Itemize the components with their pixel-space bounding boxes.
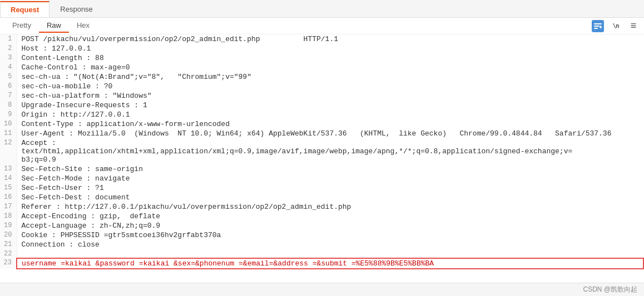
- line-number: 17: [0, 202, 17, 212]
- line-text: Sec-Fetch-Site : same-origin: [17, 164, 643, 174]
- table-row: 12Accept : text/html,application/xhtml+x…: [0, 138, 643, 164]
- line-number: 13: [0, 164, 17, 174]
- table-row: 15Sec-Fetch-User : ?1: [0, 183, 643, 193]
- line-text: User-Agent : Mozilla/5.0 (Windows NT 10.…: [17, 129, 643, 138]
- table-row: 10Content-Type : application/x-www-form-…: [0, 119, 643, 129]
- svg-rect-1: [594, 26, 600, 27]
- line-number: 1: [0, 34, 17, 44]
- line-text: sec-ch-ua : "(Not(A:Brand";v="8", "Chrom…: [17, 72, 643, 82]
- line-text: Referer : http://127.0.0.1/pikachu/vul/o…: [17, 202, 643, 212]
- line-number: 14: [0, 174, 17, 183]
- line-text: Content-Type : application/x-www-form-ur…: [17, 119, 643, 129]
- line-number: 11: [0, 129, 17, 138]
- table-row: 21Connection : close: [0, 240, 643, 249]
- table-row: 7sec-ch-ua-platform : "Windows": [0, 91, 643, 101]
- line-number: 23: [0, 258, 17, 269]
- table-row: 23username =kaikai &password =kaikai &se…: [0, 258, 643, 269]
- table-row: 6sec-ch-ua-mobile : ?0: [0, 82, 643, 91]
- line-text: Sec-Fetch-User : ?1: [17, 183, 643, 193]
- tab-response[interactable]: Response: [49, 1, 103, 17]
- line-number: 7: [0, 91, 17, 101]
- line-text: Sec-Fetch-Mode : navigate: [17, 174, 643, 183]
- bottom-bar: CSDN @凯歌向起: [0, 283, 644, 296]
- table-row: 3Content-Length : 88: [0, 53, 643, 63]
- line-text: Cache-Control : max-age=0: [17, 63, 643, 72]
- line-number: 9: [0, 110, 17, 119]
- sub-tab-hex[interactable]: Hex: [69, 19, 97, 33]
- line-text: [17, 249, 643, 258]
- sub-tab-raw[interactable]: Raw: [39, 19, 69, 33]
- table-row: 5sec-ch-ua : "(Not(A:Brand";v="8", "Chro…: [0, 72, 643, 82]
- menu-icon[interactable]: ≡: [627, 20, 640, 32]
- table-row: 16Sec-Fetch-Dest : document: [0, 193, 643, 202]
- line-number: 16: [0, 193, 17, 202]
- line-number: 15: [0, 183, 17, 193]
- line-number: 8: [0, 101, 17, 110]
- main-tab-bar: Request Response: [0, 0, 644, 18]
- line-text: Accept : text/html,application/xhtml+xml…: [17, 138, 643, 164]
- sub-tab-bar: Pretty Raw Hex \n ≡: [0, 18, 644, 34]
- sub-tab-pretty[interactable]: Pretty: [4, 19, 39, 33]
- table-row: 11User-Agent : Mozilla/5.0 (Windows NT 1…: [0, 129, 643, 138]
- table-row: 8Upgrade-Insecure-Requests : 1: [0, 101, 643, 110]
- line-number: 19: [0, 221, 17, 230]
- table-row: 14Sec-Fetch-Mode : navigate: [0, 174, 643, 183]
- line-text: Accept-Encoding : gzip, deflate: [17, 212, 643, 221]
- line-text: sec-ch-ua-platform : "Windows": [17, 91, 643, 101]
- svg-rect-2: [594, 28, 598, 29]
- table-row: 9Origin : http://127.0.0.1: [0, 110, 643, 119]
- line-text: Cookie : PHPSESSID =gtr5smtcoei36hv2grfa…: [17, 230, 643, 240]
- wordwrap-icon[interactable]: [592, 20, 604, 32]
- line-number: 18: [0, 212, 17, 221]
- table-row: 13Sec-Fetch-Site : same-origin: [0, 164, 643, 174]
- line-text: sec-ch-ua-mobile : ?0: [17, 82, 643, 91]
- svg-rect-0: [594, 23, 602, 24]
- sub-tab-actions: \n ≡: [592, 20, 640, 32]
- sub-tabs-group: Pretty Raw Hex: [4, 19, 97, 33]
- line-number: 12: [0, 138, 17, 164]
- line-number: 4: [0, 63, 17, 72]
- line-number: 21: [0, 240, 17, 249]
- newline-icon[interactable]: \n: [610, 20, 622, 32]
- code-content-area[interactable]: 1POST /pikachu/vul/overpermission/op2/op…: [0, 34, 644, 283]
- line-number: 20: [0, 230, 17, 240]
- line-number: 10: [0, 119, 17, 129]
- table-row: 18Accept-Encoding : gzip, deflate: [0, 212, 643, 221]
- table-row: 19Accept-Language : zh-CN,zh;q=0.9: [0, 221, 643, 230]
- line-text: Host : 127.0.0.1: [17, 44, 643, 53]
- table-row: 20Cookie : PHPSESSID =gtr5smtcoei36hv2gr…: [0, 230, 643, 240]
- line-text: Accept-Language : zh-CN,zh;q=0.9: [17, 221, 643, 230]
- line-text: POST /pikachu/vul/overpermission/op2/op2…: [17, 34, 643, 44]
- watermark-text: CSDN @凯歌向起: [583, 285, 637, 294]
- line-text: Connection : close: [17, 240, 643, 249]
- table-row: 2Host : 127.0.0.1: [0, 44, 643, 53]
- line-text: Upgrade-Insecure-Requests : 1: [17, 101, 643, 110]
- line-number: 3: [0, 53, 17, 63]
- table-row: 22: [0, 249, 643, 258]
- line-text: Content-Length : 88: [17, 53, 643, 63]
- table-row: 1POST /pikachu/vul/overpermission/op2/op…: [0, 34, 643, 44]
- table-row: 4Cache-Control : max-age=0: [0, 63, 643, 72]
- line-number: 5: [0, 72, 17, 82]
- line-text: Origin : http://127.0.0.1: [17, 110, 643, 119]
- line-number: 22: [0, 249, 17, 258]
- line-text: username =kaikai &password =kaikai &sex=…: [17, 258, 643, 269]
- line-number: 2: [0, 44, 17, 53]
- line-text: Sec-Fetch-Dest : document: [17, 193, 643, 202]
- code-lines: 1POST /pikachu/vul/overpermission/op2/op…: [0, 34, 644, 269]
- line-number: 6: [0, 82, 17, 91]
- table-row: 17Referer : http://127.0.0.1/pikachu/vul…: [0, 202, 643, 212]
- tab-request[interactable]: Request: [0, 1, 49, 17]
